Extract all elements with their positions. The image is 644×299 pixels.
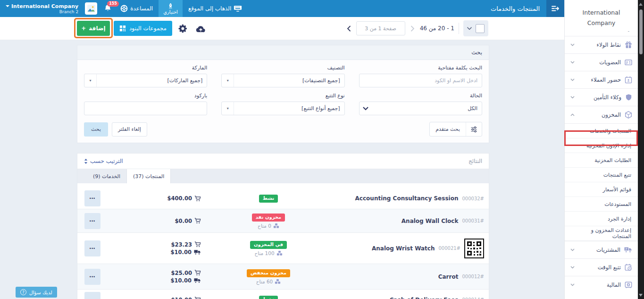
scroll-up-arrow[interactable] [639,3,643,6]
sidebar: International Company - نقاط الولاء العض… [564,0,638,299]
tab-services[interactable]: الخدمات (9) [87,169,126,183]
sidebar-item-client-attendance[interactable]: حضور العملاء [565,71,638,88]
page-title: المنتجات والخدمات [491,5,540,12]
cart-icon [194,218,201,224]
page-scrollbar[interactable] [638,0,644,299]
add-button[interactable]: + إضافة [77,21,110,36]
tracking-type-select[interactable]: [جميع أنواع التتبع] ▾ [221,102,344,115]
sidebar-item-loyalty-points[interactable]: نقاط الولاء [565,36,638,53]
status-select[interactable]: الكل [359,102,482,115]
advanced-search-button[interactable]: بحث متقدم [429,122,482,137]
chevron-down-icon [570,248,575,251]
sidebar-item-warehouses[interactable]: المستودعات [565,197,638,212]
row-menu-button[interactable]: ••• [84,190,100,206]
goto-site-menu-item[interactable]: الذهاب إلى الموقع [184,5,246,12]
row-menu-button[interactable]: ••• [84,292,100,299]
chevron-down-icon [360,102,372,115]
scroll-down-arrow[interactable] [639,294,643,297]
status-badge: في المخزون [250,241,287,249]
page-indicator[interactable]: صفحة 1 من 3 [356,21,405,35]
barcode-label: باركود [84,93,207,99]
sliders-icon [466,122,482,136]
product-id: 000014# [462,297,484,299]
sidebar-dash: - [565,28,638,36]
sort-control[interactable]: الترتيب حسب [84,158,123,164]
sidebar-item-inventory[interactable]: المخزون [565,106,638,123]
product-name: Carrot [438,273,459,280]
barcode-input[interactable] [84,102,207,115]
barcode-field: باركود [84,93,207,115]
have-a-question-label: لديك سؤال [29,290,52,295]
caret-down-icon: ▾ [222,102,234,115]
safe-icon [625,281,632,289]
sell-price: $23.23 [171,241,192,248]
sell-price: $10.00 [171,297,192,299]
sidebar-item-memberships[interactable]: العضويات [565,53,638,71]
prev-page-button[interactable] [410,25,416,33]
results-tabbar: المنتجات (37) الخدمات (9) [77,169,489,183]
trial-menu-item[interactable]: اختياري [159,0,183,17]
sidebar-item-finance[interactable]: المالية [565,276,638,293]
sidebar-item-time-tracking[interactable]: تتبع الوقت [565,258,638,276]
select-all-control[interactable] [463,20,488,36]
sidebar-item-stock-permits[interactable]: إدارة الإذون المخزنية [565,138,638,153]
table-row[interactable]: 000032# Accounting Consultancy Session ن… [77,188,489,209]
rocket-icon [168,3,173,9]
keyword-input[interactable] [359,74,482,87]
select-all-checkbox[interactable] [476,24,485,33]
settings-button[interactable] [176,23,190,34]
main-content: بحث البحث بكلمة مفتاحية التصنيف [جميع ال… [0,40,564,299]
brand-field: الماركة [جميع الماركات] ▾ [84,65,207,87]
brand-select[interactable]: [جميع الماركات] ▾ [84,74,207,87]
chevron-down-icon [570,78,575,81]
category-select[interactable]: [جميع التصنيفات] ▾ [221,74,344,87]
import-export-button[interactable] [193,24,208,34]
topbar: International Company Branch 2 155 المسا… [0,0,564,17]
available-qty: 100 متاح [254,250,274,256]
sidebar-item-product-tracking[interactable]: تتبع المنتجات [565,168,638,182]
item-groups-button[interactable]: مجموعات البنود [114,21,172,36]
sidebar-item-stock-requests[interactable]: الطلبات المخزنية [565,153,638,168]
sidebar-item-inventory-settings[interactable]: إعدادت المخزون و المنتجات [565,226,638,241]
chevron-down-icon [570,283,575,286]
chevron-left-icon [347,26,351,32]
stock-boxes-icon [275,279,281,284]
row-menu-button[interactable]: ••• [84,213,100,229]
sidebar-item-products-services[interactable]: المنتجات والخدمات [565,124,638,138]
add-button-label: إضافة [89,25,105,32]
scrollbar-thumb[interactable] [639,9,643,54]
row-menu-button[interactable]: ••• [84,240,100,256]
have-a-question-button[interactable]: لديك سؤال ? [16,287,57,298]
row-menu-button[interactable]: ••• [84,269,100,285]
clear-filter-button[interactable]: إلغاء الفلتر [112,122,147,137]
table-row[interactable]: 000021# Analog Wrist Watch في المخزون 10… [77,232,489,264]
sidebar-item-inventory-count[interactable]: إدارة الجرد [565,212,638,226]
image-tile-button[interactable] [85,2,97,15]
table-row[interactable]: 000012# Carrot مخزون منخفض 60 متاح $25.0… [77,264,489,289]
search-button[interactable]: بحث [84,122,108,137]
sidebar-item-purchases[interactable]: المشتريات [565,241,638,258]
next-page-button[interactable] [346,25,352,33]
sidebar-item-price-lists[interactable]: قوائم الأسعار [565,182,638,197]
inventory-submenu: المنتجات والخدمات إدارة الإذون المخزنية … [565,123,638,241]
help-label: المساعدة [130,5,153,12]
table-row[interactable]: 000014# Cash of Delivery Fees نشط $10.00… [77,289,489,299]
sidebar-item-insurance-agents[interactable]: وكلاء التأمين [565,88,638,106]
sell-price: $25.00 [171,270,192,276]
buy-price: $10.00 [171,249,192,256]
results-title: النتائج [468,158,482,164]
company-selector[interactable]: International Company Branch 2 [0,3,81,14]
sidebar-toggle-button[interactable] [546,0,564,17]
delivery-truck-icon [624,247,632,253]
tracking-type-field: نوع التتبع [جميع أنواع التتبع] ▾ [221,93,344,115]
keyword-field: البحث بكلمة مفتاحية [359,65,482,87]
chevron-down-icon [570,61,575,64]
pagination: صفحة 1 من 3 1 - 20 من 46 [346,20,488,36]
help-menu-item[interactable]: المساعدة [117,5,157,12]
table-row[interactable]: 000031# Analog Wall Clock مخزون نفد 0 مت… [77,209,489,232]
tab-products[interactable]: المنتجات (37) [126,169,171,183]
status-badge: نشط [259,296,278,299]
status-badge: مخزون نفد [252,214,285,222]
brand-label: الماركة [84,65,207,71]
notifications-button[interactable]: 155 [104,4,112,13]
